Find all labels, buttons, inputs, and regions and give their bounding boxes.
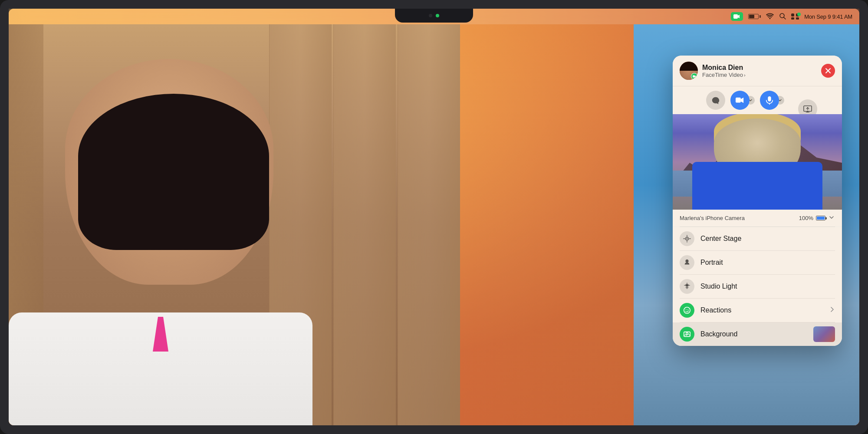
svg-point-20 [687,309,688,310]
menu-item-studio-light[interactable]: Studio Light [673,275,842,298]
reactions-label: Reactions [700,306,823,314]
wall-panel [398,24,460,425]
facetime-icon [733,14,740,19]
background-label: Background [700,330,807,338]
studio-light-label: Studio Light [700,283,835,290]
main-video-area [9,24,460,425]
menu-item-portrait[interactable]: Portrait [673,251,842,274]
person-shirt [9,312,312,425]
video-button[interactable] [730,91,750,110]
menu-bar-time: Mon Sep 9 9:41 AM [804,13,852,20]
background-thumb-image [813,326,835,342]
expand-chevron[interactable] [828,214,835,222]
svg-rect-6 [796,17,799,20]
portrait-label: Portrait [700,259,835,266]
mic-button[interactable] [760,91,779,110]
control-center-green-dot [797,13,801,16]
facetime-panel: Monica Dien FaceTime Video › [673,56,842,346]
battery-icon [748,14,761,19]
svg-rect-9 [768,96,771,102]
svg-rect-8 [736,98,741,103]
search-icon[interactable] [779,13,786,21]
call-type-arrow: › [744,72,746,78]
screen: Mon Sep 9 9:41 AM [9,9,859,425]
background-thumbnail [813,326,835,342]
svg-line-2 [784,17,786,19]
battery-fill [749,15,754,18]
remote-video [673,114,842,210]
control-center-icon-wrap[interactable] [791,13,799,20]
person-hair [78,94,269,250]
video-control-group [730,91,755,110]
menu-items-list: Center Stage Portrait [673,227,842,346]
facetime-badge [691,73,698,80]
camera-battery: 100% [799,214,835,222]
menu-item-reactions[interactable]: Reactions [673,299,842,322]
contact-name: Monica Dien [702,63,817,72]
remote-person [710,118,805,197]
reactions-icon [680,303,694,318]
mic-control-group [760,91,784,110]
controls-row [673,86,842,114]
camera-notch [395,9,473,23]
svg-rect-0 [733,14,738,19]
battery-fill-bar [817,217,825,220]
camera-active-indicator [436,14,439,17]
wifi-icon [766,13,774,20]
portrait-icon [680,255,694,270]
center-stage-icon [680,231,694,246]
battery-tip [760,15,761,18]
menu-bar-right: Mon Sep 9 9:41 AM [731,12,852,21]
svg-point-18 [684,307,690,313]
center-stage-label: Center Stage [700,235,835,243]
camera-source-row: Marlena's iPhone Camera 100% [673,210,842,227]
close-button[interactable] [821,64,835,78]
message-button[interactable] [706,91,725,110]
camera-source-name: Marlena's iPhone Camera [680,215,745,221]
remote-person-shirt [692,162,822,210]
call-type-label: FaceTime Video [702,72,743,78]
battery-body [748,14,759,19]
background-icon [680,327,694,342]
camera-battery-bar [816,216,825,220]
facetime-menu-icon[interactable] [731,12,743,21]
svg-rect-17 [685,284,688,286]
menu-item-center-stage[interactable]: Center Stage [673,227,842,250]
shirt-collar [148,317,174,352]
avatar-hair [680,62,698,71]
svg-point-19 [686,309,687,310]
svg-rect-7 [693,76,695,78]
wall-panel [333,24,396,425]
svg-rect-3 [791,13,794,16]
contact-avatar [680,62,698,80]
battery-percentage: 100% [799,215,813,221]
menu-item-background[interactable]: Background [673,322,842,346]
svg-rect-5 [791,17,794,20]
notification-header: Monica Dien FaceTime Video › [673,56,842,86]
camera-dot [429,14,432,17]
reactions-chevron [829,306,835,314]
studio-light-icon [680,279,694,294]
svg-point-16 [687,238,688,240]
macbook-frame: Mon Sep 9 9:41 AM [0,0,868,434]
call-type: FaceTime Video › [702,72,817,78]
notification-text: Monica Dien FaceTime Video › [702,63,817,78]
